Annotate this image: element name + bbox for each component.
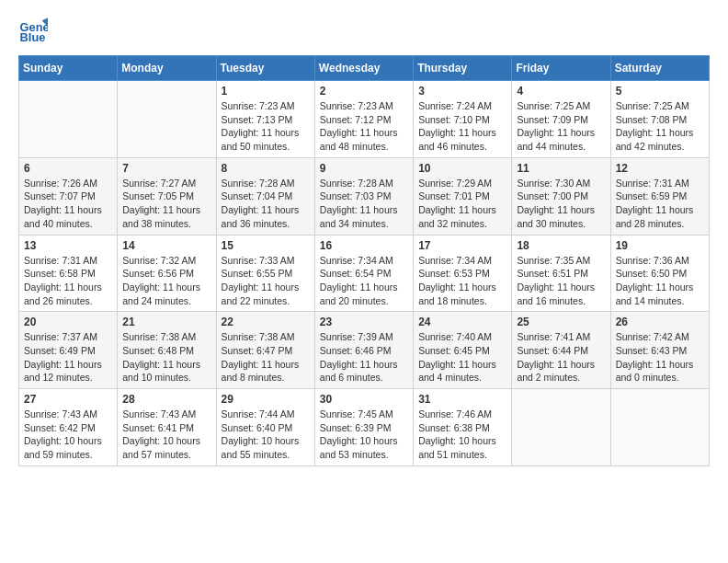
day-info: Sunrise: 7:30 AMSunset: 7:00 PMDaylight:… — [517, 177, 605, 231]
calendar-cell: 12Sunrise: 7:31 AMSunset: 6:59 PMDayligh… — [610, 157, 709, 235]
weekday-header-monday: Monday — [118, 56, 216, 81]
calendar-cell: 27Sunrise: 7:43 AMSunset: 6:42 PMDayligh… — [19, 389, 118, 466]
day-number: 4 — [517, 85, 605, 98]
calendar-cell: 4Sunrise: 7:25 AMSunset: 7:09 PMDaylight… — [512, 81, 610, 158]
day-info: Sunrise: 7:29 AMSunset: 7:01 PMDaylight:… — [418, 177, 506, 231]
weekday-header-friday: Friday — [512, 56, 610, 81]
day-number: 13 — [24, 239, 112, 252]
calendar-cell: 16Sunrise: 7:34 AMSunset: 6:54 PMDayligh… — [314, 235, 413, 312]
weekday-header-saturday: Saturday — [610, 56, 709, 81]
day-number: 7 — [122, 162, 210, 175]
day-info: Sunrise: 7:31 AMSunset: 6:59 PMDaylight:… — [616, 177, 704, 231]
day-number: 8 — [222, 162, 310, 175]
day-number: 31 — [418, 393, 506, 406]
day-info: Sunrise: 7:33 AMSunset: 6:55 PMDaylight:… — [222, 254, 310, 308]
calendar-cell: 7Sunrise: 7:27 AMSunset: 7:05 PMDaylight… — [118, 157, 216, 235]
calendar-week-row: 13Sunrise: 7:31 AMSunset: 6:58 PMDayligh… — [19, 235, 710, 312]
page-header: General Blue — [18, 15, 710, 44]
calendar-cell: 26Sunrise: 7:42 AMSunset: 6:43 PMDayligh… — [610, 312, 709, 389]
day-info: Sunrise: 7:34 AMSunset: 6:54 PMDaylight:… — [320, 254, 408, 308]
day-info: Sunrise: 7:45 AMSunset: 6:39 PMDaylight:… — [320, 408, 408, 462]
day-info: Sunrise: 7:38 AMSunset: 6:48 PMDaylight:… — [122, 330, 210, 385]
weekday-header-thursday: Thursday — [414, 56, 512, 81]
day-info: Sunrise: 7:40 AMSunset: 6:45 PMDaylight:… — [418, 330, 506, 385]
calendar-cell: 1Sunrise: 7:23 AMSunset: 7:13 PMDaylight… — [216, 81, 314, 158]
day-info: Sunrise: 7:25 AMSunset: 7:09 PMDaylight:… — [517, 99, 605, 154]
calendar-cell: 23Sunrise: 7:39 AMSunset: 6:46 PMDayligh… — [314, 312, 413, 389]
day-info: Sunrise: 7:43 AMSunset: 6:42 PMDaylight:… — [24, 408, 112, 462]
day-number: 26 — [616, 316, 704, 328]
calendar-cell — [512, 389, 610, 466]
day-number: 22 — [222, 316, 310, 328]
day-info: Sunrise: 7:34 AMSunset: 6:53 PMDaylight:… — [418, 254, 506, 308]
day-info: Sunrise: 7:25 AMSunset: 7:08 PMDaylight:… — [616, 99, 704, 154]
day-number: 1 — [222, 85, 310, 98]
day-number: 29 — [222, 393, 310, 406]
calendar-cell — [19, 81, 118, 158]
logo: General Blue — [18, 15, 51, 44]
day-number: 15 — [222, 239, 310, 252]
calendar-cell: 15Sunrise: 7:33 AMSunset: 6:55 PMDayligh… — [216, 235, 314, 312]
calendar-cell: 5Sunrise: 7:25 AMSunset: 7:08 PMDaylight… — [610, 81, 709, 158]
calendar-cell: 20Sunrise: 7:37 AMSunset: 6:49 PMDayligh… — [19, 312, 118, 389]
day-info: Sunrise: 7:41 AMSunset: 6:44 PMDaylight:… — [517, 330, 605, 385]
day-number: 17 — [418, 239, 506, 252]
day-number: 30 — [320, 393, 408, 406]
logo-icon: General Blue — [18, 15, 48, 44]
day-number: 27 — [24, 393, 112, 406]
day-number: 18 — [517, 239, 605, 252]
day-info: Sunrise: 7:28 AMSunset: 7:03 PMDaylight:… — [320, 177, 408, 231]
calendar-cell: 31Sunrise: 7:46 AMSunset: 6:38 PMDayligh… — [414, 389, 512, 466]
day-number: 11 — [517, 162, 605, 175]
day-info: Sunrise: 7:36 AMSunset: 6:50 PMDaylight:… — [616, 254, 704, 308]
weekday-header-wednesday: Wednesday — [314, 56, 413, 81]
calendar-cell: 28Sunrise: 7:43 AMSunset: 6:41 PMDayligh… — [118, 389, 216, 466]
calendar-week-row: 20Sunrise: 7:37 AMSunset: 6:49 PMDayligh… — [19, 312, 710, 389]
day-number: 9 — [320, 162, 408, 175]
day-number: 21 — [122, 316, 210, 328]
calendar-cell: 8Sunrise: 7:28 AMSunset: 7:04 PMDaylight… — [216, 157, 314, 235]
calendar-cell: 2Sunrise: 7:23 AMSunset: 7:12 PMDaylight… — [314, 81, 413, 158]
calendar-cell: 29Sunrise: 7:44 AMSunset: 6:40 PMDayligh… — [216, 389, 314, 466]
calendar-header-row: SundayMondayTuesdayWednesdayThursdayFrid… — [19, 56, 710, 81]
calendar-cell: 25Sunrise: 7:41 AMSunset: 6:44 PMDayligh… — [512, 312, 610, 389]
day-info: Sunrise: 7:37 AMSunset: 6:49 PMDaylight:… — [24, 330, 112, 385]
calendar-cell: 22Sunrise: 7:38 AMSunset: 6:47 PMDayligh… — [216, 312, 314, 389]
calendar-cell: 21Sunrise: 7:38 AMSunset: 6:48 PMDayligh… — [118, 312, 216, 389]
day-info: Sunrise: 7:23 AMSunset: 7:13 PMDaylight:… — [222, 99, 310, 154]
day-info: Sunrise: 7:32 AMSunset: 6:56 PMDaylight:… — [122, 254, 210, 308]
day-number: 14 — [122, 239, 210, 252]
day-number: 19 — [616, 239, 704, 252]
calendar-cell: 24Sunrise: 7:40 AMSunset: 6:45 PMDayligh… — [414, 312, 512, 389]
calendar-week-row: 27Sunrise: 7:43 AMSunset: 6:42 PMDayligh… — [19, 389, 710, 466]
svg-text:Blue: Blue — [20, 30, 46, 44]
day-number: 6 — [24, 162, 112, 175]
calendar-table: SundayMondayTuesdayWednesdayThursdayFrid… — [18, 55, 710, 466]
day-info: Sunrise: 7:23 AMSunset: 7:12 PMDaylight:… — [320, 99, 408, 154]
day-number: 23 — [320, 316, 408, 328]
day-info: Sunrise: 7:46 AMSunset: 6:38 PMDaylight:… — [418, 408, 506, 462]
day-number: 12 — [616, 162, 704, 175]
day-number: 5 — [616, 85, 704, 98]
day-info: Sunrise: 7:28 AMSunset: 7:04 PMDaylight:… — [222, 177, 310, 231]
calendar-cell: 17Sunrise: 7:34 AMSunset: 6:53 PMDayligh… — [414, 235, 512, 312]
calendar-cell: 14Sunrise: 7:32 AMSunset: 6:56 PMDayligh… — [118, 235, 216, 312]
day-number: 24 — [418, 316, 506, 328]
day-number: 3 — [418, 85, 506, 98]
day-info: Sunrise: 7:44 AMSunset: 6:40 PMDaylight:… — [222, 408, 310, 462]
day-info: Sunrise: 7:26 AMSunset: 7:07 PMDaylight:… — [24, 177, 112, 231]
calendar-cell: 10Sunrise: 7:29 AMSunset: 7:01 PMDayligh… — [414, 157, 512, 235]
weekday-header-tuesday: Tuesday — [216, 56, 314, 81]
day-info: Sunrise: 7:35 AMSunset: 6:51 PMDaylight:… — [517, 254, 605, 308]
calendar-cell — [118, 81, 216, 158]
calendar-cell: 11Sunrise: 7:30 AMSunset: 7:00 PMDayligh… — [512, 157, 610, 235]
day-info: Sunrise: 7:31 AMSunset: 6:58 PMDaylight:… — [24, 254, 112, 308]
day-number: 25 — [517, 316, 605, 328]
day-info: Sunrise: 7:24 AMSunset: 7:10 PMDaylight:… — [418, 99, 506, 154]
calendar-cell: 18Sunrise: 7:35 AMSunset: 6:51 PMDayligh… — [512, 235, 610, 312]
day-info: Sunrise: 7:38 AMSunset: 6:47 PMDaylight:… — [222, 330, 310, 385]
calendar-week-row: 6Sunrise: 7:26 AMSunset: 7:07 PMDaylight… — [19, 157, 710, 235]
day-info: Sunrise: 7:43 AMSunset: 6:41 PMDaylight:… — [122, 408, 210, 462]
calendar-cell: 30Sunrise: 7:45 AMSunset: 6:39 PMDayligh… — [314, 389, 413, 466]
calendar-cell — [610, 389, 709, 466]
